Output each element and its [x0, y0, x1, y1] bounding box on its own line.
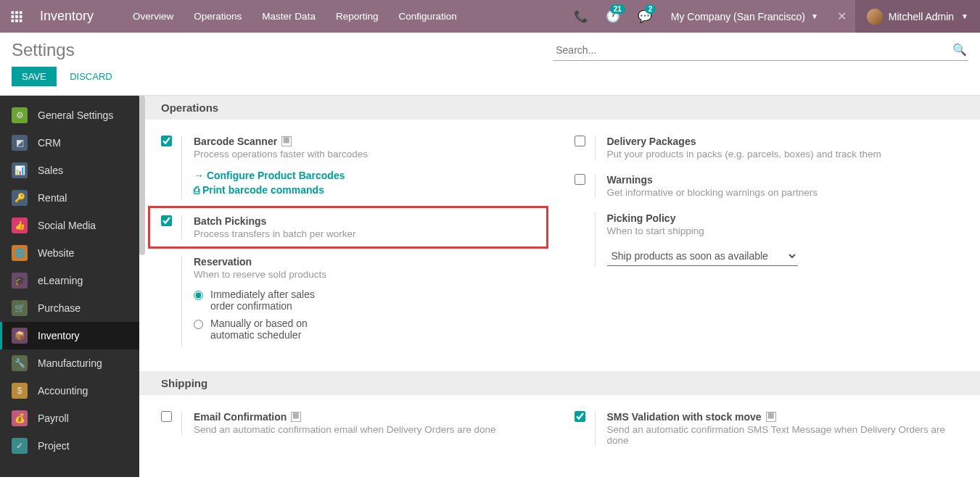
sidebar-icon: 📦 — [12, 328, 28, 344]
setting-reservation: Reservation When to reserve sold product… — [161, 249, 545, 354]
sidebar-icon: 🎓 — [12, 273, 28, 289]
search-icon[interactable]: 🔍 — [952, 43, 967, 57]
sidebar-icon: 🔧 — [12, 355, 28, 371]
sidebar-icon: 🛒 — [12, 300, 28, 316]
sms-desc: Send an automatic confirmation SMS Text … — [607, 424, 959, 446]
sidebar-icon: 🌐 — [12, 245, 28, 261]
svg-rect-2 — [19, 11, 22, 14]
svg-rect-7 — [15, 19, 18, 22]
control-bar: Settings 🔍 — [0, 33, 980, 61]
policy-title: Picking Policy — [607, 212, 959, 224]
sidebar-item-label: General Settings — [38, 109, 113, 121]
reservation-radio-1[interactable] — [194, 291, 203, 300]
setting-sms-validation: SMS Validation with stock move Send an a… — [575, 404, 959, 453]
svg-rect-1 — [15, 11, 18, 14]
sidebar-item-label: Manufacturing — [38, 357, 102, 369]
setting-packages: Delivery Packages Put your products in p… — [575, 128, 959, 167]
sidebar-item-general-settings[interactable]: ⚙General Settings — [0, 101, 139, 129]
barcode-title: Barcode Scanner — [194, 136, 277, 147]
main-navbar: Inventory Overview Operations Master Dat… — [0, 0, 980, 33]
sidebar-item-project[interactable]: ✓Project — [0, 432, 139, 460]
svg-rect-4 — [15, 15, 18, 18]
print-barcode-link[interactable]: Print barcode commands — [194, 184, 545, 196]
nav-overview[interactable]: Overview — [123, 0, 184, 33]
nav-configuration[interactable]: Configuration — [388, 0, 466, 33]
apps-icon[interactable] — [0, 0, 33, 33]
chat-badge: 2 — [645, 4, 656, 14]
sidebar-item-accounting[interactable]: $Accounting — [0, 377, 139, 405]
reservation-desc: When to reserve sold products — [194, 269, 545, 280]
sidebar-item-label: Inventory — [38, 330, 80, 341]
sidebar-item-social-media[interactable]: 👍Social Media — [0, 212, 139, 239]
reservation-title: Reservation — [194, 256, 545, 268]
policy-select[interactable]: Ship products as soon as available — [607, 246, 798, 266]
caret-down-icon: ▼ — [811, 12, 818, 20]
svg-rect-0 — [11, 11, 14, 14]
nav-operations[interactable]: Operations — [184, 0, 252, 33]
app-brand[interactable]: Inventory — [33, 9, 108, 24]
building-icon — [766, 412, 776, 422]
svg-rect-3 — [11, 15, 14, 18]
sidebar-item-inventory[interactable]: 📦Inventory — [0, 322, 139, 349]
section-operations-head: Operations — [139, 96, 980, 120]
sidebar-item-label: Payroll — [38, 413, 69, 424]
barcode-checkbox[interactable] — [161, 136, 172, 146]
reservation-radio-manual[interactable]: Manually or based on automatic scheduler — [194, 318, 339, 341]
setting-warnings: Warnings Get informative or blocking war… — [575, 167, 959, 205]
chat-icon[interactable]: 💬2 — [629, 0, 661, 33]
sms-checkbox[interactable] — [575, 411, 585, 422]
sidebar-item-label: Website — [38, 247, 74, 259]
setting-email-confirm: Email Confirmation Send an automatic con… — [161, 404, 545, 442]
sidebar-icon: 📊 — [12, 162, 28, 178]
sidebar-item-label: eLearning — [38, 275, 83, 286]
nav-master-data[interactable]: Master Data — [252, 0, 326, 33]
nav-reporting[interactable]: Reporting — [326, 0, 389, 33]
email-checkbox[interactable] — [161, 411, 172, 422]
save-button[interactable]: SAVE — [12, 67, 57, 86]
sidebar-item-website[interactable]: 🌐Website — [0, 239, 139, 267]
packages-checkbox[interactable] — [575, 136, 585, 146]
warnings-checkbox[interactable] — [575, 174, 585, 185]
sidebar-item-label: CRM — [38, 137, 61, 149]
user-name: Mitchell Admin — [889, 11, 954, 22]
email-title: Email Confirmation — [194, 411, 287, 423]
operations-grid: Barcode Scanner Process operations faste… — [139, 120, 980, 371]
setting-picking-policy: Picking Policy When to start shipping Sh… — [575, 205, 959, 273]
sidebar-item-manufacturing[interactable]: 🔧Manufacturing — [0, 349, 139, 377]
sidebar-item-sales[interactable]: 📊Sales — [0, 157, 139, 184]
page-title: Settings — [12, 40, 75, 60]
action-bar: SAVE DISCARD — [0, 61, 980, 96]
user-menu[interactable]: Mitchell Admin ▼ — [855, 0, 980, 33]
setting-batch-pickings: Batch Pickings Process transfers in batc… — [148, 206, 548, 249]
batch-checkbox[interactable] — [161, 215, 172, 226]
barcode-desc: Process operations faster with barcodes — [194, 149, 545, 159]
policy-desc: When to start shipping — [607, 225, 959, 236]
discard-button[interactable]: DISCARD — [59, 67, 123, 86]
phone-icon[interactable]: 📞 — [565, 0, 597, 33]
warnings-title: Warnings — [607, 174, 959, 186]
svg-rect-5 — [19, 15, 22, 18]
sidebar-item-crm[interactable]: ◩CRM — [0, 129, 139, 157]
reservation-radio-immediate[interactable]: Immediately after sales order confirmati… — [194, 289, 339, 312]
sidebar-item-purchase[interactable]: 🛒Purchase — [0, 294, 139, 322]
warnings-desc: Get informative or blocking warnings on … — [607, 187, 959, 198]
reservation-radio-2[interactable] — [194, 320, 203, 329]
sidebar-item-label: Sales — [38, 165, 63, 176]
company-name: My Company (San Francisco) — [671, 11, 805, 22]
section-shipping-head: Shipping — [139, 371, 980, 395]
sidebar-item-payroll[interactable]: 💰Payroll — [0, 405, 139, 432]
packages-title: Delivery Packages — [607, 136, 959, 147]
activity-icon[interactable]: 🕐21 — [597, 0, 629, 33]
scrollbar-thumb[interactable] — [139, 96, 145, 255]
sidebar-item-rental[interactable]: 🔑Rental — [0, 184, 139, 212]
sidebar-icon: ◩ — [12, 135, 28, 151]
packages-desc: Put your products in packs (e.g. parcels… — [607, 149, 959, 159]
company-switcher[interactable]: My Company (San Francisco)▼ — [661, 11, 828, 22]
close-icon[interactable]: ✕ — [828, 9, 855, 23]
sidebar-icon: ⚙ — [12, 107, 28, 123]
search-input[interactable] — [553, 40, 968, 61]
sidebar-item-elearning[interactable]: 🎓eLearning — [0, 267, 139, 294]
search-wrap: 🔍 — [75, 40, 968, 61]
configure-barcodes-link[interactable]: Configure Product Barcodes — [194, 170, 545, 181]
building-icon — [281, 136, 292, 146]
